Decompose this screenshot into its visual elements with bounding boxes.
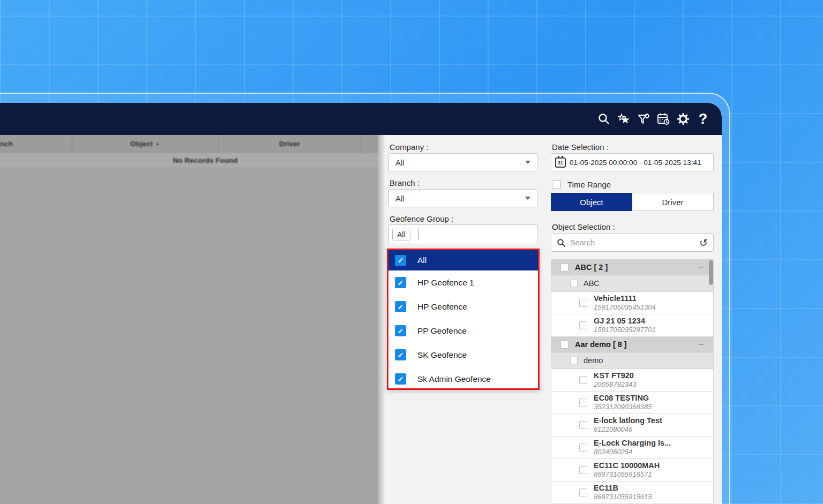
tree-scrollbar-thumb[interactable] — [709, 260, 713, 285]
geofence-dropdown-list: All HP Geofence 1 HP Geofence PP Ge — [387, 249, 540, 390]
checkbox-unchecked-icon[interactable] — [579, 443, 587, 452]
company-select[interactable]: All — [388, 153, 537, 171]
checkbox-unchecked-icon[interactable] — [579, 398, 587, 407]
panel-divider — [378, 135, 385, 504]
search-placeholder: Search — [570, 238, 699, 247]
tree-group-row[interactable]: ABC [ 2 ] − — [551, 260, 713, 275]
checkbox-checked-icon[interactable] — [395, 373, 406, 385]
object-driver-toggle: Object Driver — [551, 193, 714, 211]
checkbox-unchecked-icon[interactable] — [579, 488, 587, 497]
checkbox-checked-icon[interactable] — [395, 277, 406, 288]
object-selection-label: Object Selection : — [552, 222, 615, 231]
sort-ascending-icon: ▲ — [155, 141, 160, 146]
collapse-icon[interactable]: − — [699, 340, 704, 349]
app-content: ? nch Object ▲ — [0, 103, 722, 504]
time-range-label: Time Range — [567, 180, 611, 189]
dropdown-item[interactable]: HP Geofence 1 — [388, 270, 538, 295]
empty-table-message: No Records Found — [0, 153, 378, 168]
report-table-area: nch Object ▲ Driver No — [0, 135, 378, 504]
checkbox-unchecked-icon[interactable] — [560, 264, 568, 272]
branch-label: Branch : — [390, 178, 420, 187]
checkbox-unchecked-icon[interactable] — [579, 421, 587, 429]
text-cursor — [418, 229, 418, 240]
top-toolbar: ? — [0, 103, 722, 135]
tree-vehicle-row[interactable]: Vehicle1111 1591705035451304 — [551, 292, 713, 314]
checkbox-unchecked-icon[interactable] — [579, 299, 587, 307]
app-window: ? nch Object ▲ — [0, 93, 730, 504]
tree-subgroup-row[interactable]: ABC — [551, 275, 713, 292]
column-header-object[interactable]: Object ▲ — [72, 135, 218, 153]
dropdown-item-all[interactable]: All — [388, 250, 538, 270]
calendar-icon: 31 — [555, 157, 566, 168]
checkbox-unchecked-icon[interactable] — [560, 341, 568, 349]
filter-panel: Company : All Branch : All Geofence Grou… — [385, 135, 722, 504]
tree-vehicle-row[interactable]: EC11C 10000MAH 869731055916571 — [551, 459, 713, 482]
checkbox-unchecked-icon[interactable] — [579, 376, 587, 384]
table-header-row: nch Object ▲ Driver — [0, 135, 378, 153]
tree-vehicle-row[interactable]: KST FT920 20058792343 — [551, 369, 713, 392]
tree-vehicle-row[interactable]: EC11B 869731055915615 — [551, 482, 713, 504]
company-label: Company : — [390, 142, 429, 152]
column-header-driver[interactable]: Driver — [218, 135, 361, 153]
chevron-down-icon — [525, 197, 530, 200]
search-icon — [557, 238, 566, 247]
company-value: All — [395, 158, 405, 167]
object-tree-list: ABC [ 2 ] − ABC Vehicle1111 159170503545… — [551, 259, 714, 504]
object-search-box[interactable]: Search ↻ — [551, 234, 714, 252]
branch-select[interactable]: All — [388, 189, 537, 207]
tree-vehicle-row[interactable]: E-Lock Charging Is... 8024060254 — [551, 437, 713, 459]
checkbox-unchecked-icon[interactable] — [579, 466, 587, 474]
date-range-input[interactable]: 31 01-05-2025 00:00:00 - 01-05-2025 13:4… — [551, 153, 714, 171]
filter-settings-icon[interactable] — [637, 112, 650, 126]
chevron-down-icon — [525, 161, 530, 164]
branch-value: All — [395, 194, 405, 203]
time-range-checkbox-row[interactable]: Time Range — [552, 180, 611, 189]
dropdown-item[interactable]: SK Geofence — [388, 343, 538, 367]
checkbox-checked-icon[interactable] — [395, 255, 406, 266]
checkbox-unchecked-icon[interactable] — [579, 321, 587, 329]
refresh-icon[interactable]: ↻ — [699, 238, 708, 248]
object-tab-button[interactable]: Object — [551, 193, 632, 211]
settings-gear-icon[interactable] — [676, 112, 690, 126]
checkbox-checked-icon[interactable] — [395, 325, 406, 336]
checkbox-unchecked-icon[interactable] — [552, 180, 561, 189]
calendar-schedule-icon[interactable] — [656, 112, 670, 126]
tree-vehicle-row[interactable]: GJ 21 05 1234 1591705035297701 — [551, 314, 713, 337]
date-range-value: 01-05-2025 00:00:00 - 01-05-2025 13:41 — [570, 159, 701, 167]
favorite-star-icon[interactable] — [617, 112, 631, 126]
help-glyph: ? — [699, 112, 708, 126]
dropdown-item[interactable]: HP Geofence — [388, 295, 538, 319]
geofence-group-input[interactable]: All — [388, 224, 537, 244]
tree-vehicle-row[interactable]: EC08 TESTING 352312090368385 — [551, 392, 713, 414]
desktop-background: ? nch Object ▲ — [0, 0, 823, 504]
checkbox-unchecked-icon[interactable] — [570, 280, 578, 287]
search-icon[interactable] — [597, 112, 611, 126]
column-header-branch[interactable]: nch — [0, 135, 29, 153]
tree-group-row[interactable]: Aar demo [ 8 ] − — [551, 337, 713, 352]
dropdown-item[interactable]: PP Geofence — [388, 319, 538, 343]
date-selection-label: Date Selection : — [552, 142, 609, 152]
dropdown-item[interactable]: Sk Admin Geofence — [388, 367, 538, 391]
collapse-icon[interactable]: − — [699, 262, 704, 272]
help-icon[interactable]: ? — [696, 112, 710, 126]
tree-subgroup-row[interactable]: demo — [551, 352, 713, 369]
driver-tab-button[interactable]: Driver — [632, 193, 714, 211]
checkbox-unchecked-icon[interactable] — [570, 357, 578, 364]
geofence-group-label: Geofence Group : — [390, 214, 453, 223]
checkbox-checked-icon[interactable] — [395, 349, 406, 360]
tree-vehicle-row[interactable]: E-lock latlong Test 6122080046 — [551, 414, 713, 437]
geofence-group-chip[interactable]: All — [392, 229, 410, 240]
checkbox-checked-icon[interactable] — [395, 301, 406, 312]
